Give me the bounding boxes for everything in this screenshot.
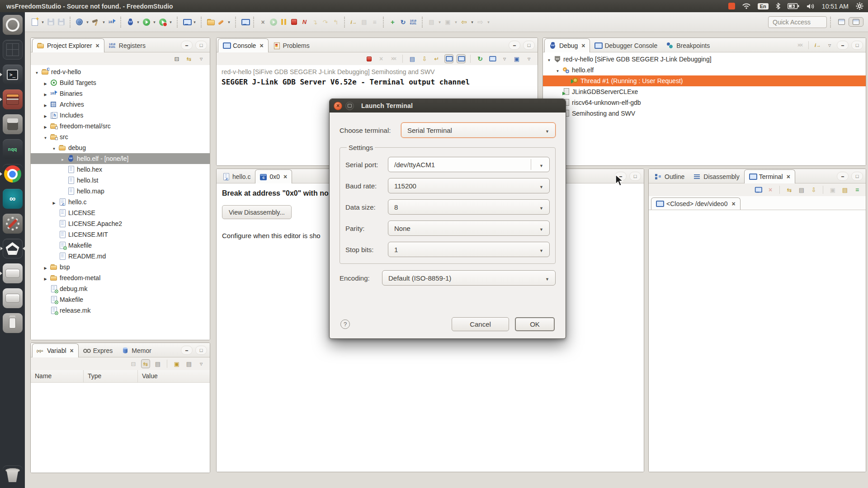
- tree-item-selected[interactable]: hello.elf - [none/le]: [31, 153, 210, 164]
- open-terminal-icon[interactable]: [240, 17, 250, 27]
- expander-icon[interactable]: [43, 274, 48, 282]
- maximize-button[interactable]: [851, 172, 863, 181]
- step-into-icon[interactable]: [310, 17, 320, 27]
- link-with-editor-icon[interactable]: [184, 54, 193, 63]
- expander-icon[interactable]: [52, 144, 57, 151]
- tree-item[interactable]: bsp: [31, 262, 210, 272]
- tree-item[interactable]: Binaries: [31, 88, 210, 99]
- step-over-icon[interactable]: [320, 17, 330, 27]
- gear-icon[interactable]: [856, 2, 863, 10]
- disconnect-icon[interactable]: [258, 17, 268, 27]
- expander-icon[interactable]: [43, 79, 48, 86]
- tab-problems[interactable]: Problems: [269, 39, 314, 52]
- tab-outline[interactable]: Outline: [650, 170, 689, 183]
- instruction-stepping-icon[interactable]: [349, 17, 359, 27]
- show-stderr-toggle[interactable]: [457, 54, 466, 63]
- launcher-item-chrome[interactable]: [3, 164, 23, 184]
- tree-item[interactable]: release.mk: [31, 305, 210, 316]
- maximize-button[interactable]: [629, 172, 641, 181]
- tree-item[interactable]: .chello.c: [31, 197, 210, 207]
- launcher-item-trash[interactable]: [3, 465, 23, 485]
- wifi-icon[interactable]: [742, 3, 750, 9]
- new-wizard-chevron-icon[interactable]: [40, 20, 46, 24]
- forward-chevron-icon[interactable]: [486, 20, 491, 24]
- tab-0x0[interactable]: 0x0: [255, 169, 292, 183]
- tab-registers[interactable]: Registers: [104, 39, 150, 52]
- tab-disassembly[interactable]: Disassembly: [689, 170, 744, 183]
- minimize-button[interactable]: [837, 172, 849, 181]
- show-threads-icon[interactable]: [359, 17, 369, 27]
- tree-item[interactable]: hello.map: [31, 186, 210, 197]
- tree-item[interactable]: README.md: [31, 251, 210, 262]
- toggle-command-input-icon[interactable]: [785, 185, 794, 194]
- disconnect-icon[interactable]: [766, 185, 775, 194]
- remove-all-terminated-icon[interactable]: [389, 54, 398, 63]
- launcher-item-freedom-studio[interactable]: [3, 239, 23, 258]
- close-icon[interactable]: [731, 200, 735, 207]
- minimize-button[interactable]: [509, 41, 520, 50]
- dialog-titlebar[interactable]: Launch Terminal: [330, 99, 566, 113]
- export-icon[interactable]: [184, 359, 193, 368]
- tree-item[interactable]: Makefile: [31, 240, 210, 251]
- expander-icon[interactable]: [43, 90, 48, 97]
- open-console-icon[interactable]: [488, 54, 497, 63]
- terminate-icon[interactable]: [364, 54, 373, 63]
- volume-icon[interactable]: [807, 3, 815, 9]
- keyboard-layout-indicator[interactable]: En: [758, 3, 769, 9]
- tree-item[interactable]: Makefile: [31, 294, 210, 305]
- new-console-chevron-icon[interactable]: [524, 54, 533, 63]
- tab-hello-c[interactable]: .c hello.c: [218, 170, 255, 183]
- forward-icon[interactable]: [475, 17, 486, 27]
- stop-bits-select[interactable]: 1: [388, 242, 550, 257]
- external-tools-chevron-icon[interactable]: [85, 20, 90, 24]
- expander-icon[interactable]: [52, 198, 57, 206]
- tree-item[interactable]: LICENSE: [31, 207, 210, 218]
- close-icon[interactable]: [283, 173, 287, 180]
- expander-icon[interactable]: [43, 112, 48, 119]
- column-type[interactable]: Type: [84, 370, 138, 382]
- restart-icon[interactable]: [398, 17, 408, 27]
- maximize-button[interactable]: [195, 346, 207, 355]
- open-folder-icon[interactable]: [205, 17, 216, 27]
- remove-launch-icon[interactable]: [377, 54, 386, 63]
- tree-item[interactable]: riscv64-unknown-elf-gdb: [543, 97, 866, 108]
- clock[interactable]: 10:51 AM: [822, 3, 849, 10]
- launcher-item-system-tools[interactable]: [3, 214, 23, 234]
- annotation-nav-icon[interactable]: [443, 17, 453, 27]
- minimize-button[interactable]: [837, 41, 849, 50]
- launch-chevron-icon[interactable]: [226, 20, 232, 24]
- launcher-item-archive-manager[interactable]: [3, 89, 23, 109]
- tab-expressions[interactable]: Expres: [79, 344, 118, 357]
- expander-icon[interactable]: [547, 56, 552, 63]
- run-icon[interactable]: [141, 17, 151, 27]
- terminal-settings-icon[interactable]: [853, 185, 862, 194]
- build-chevron-icon[interactable]: [101, 20, 107, 24]
- tree-item[interactable]: hello.elf: [543, 65, 866, 75]
- expander-icon[interactable]: [555, 66, 560, 74]
- launcher-item-disk-1[interactable]: [3, 263, 23, 283]
- tree-item[interactable]: freedom-metal: [31, 272, 210, 283]
- launcher-item-ubuntu-dash[interactable]: [3, 15, 23, 35]
- launcher-item-usb-drive[interactable]: [3, 313, 23, 333]
- quick-access-input[interactable]: [768, 16, 827, 28]
- tab-terminal[interactable]: Terminal: [744, 169, 795, 183]
- expander-icon[interactable]: [43, 101, 48, 108]
- suspend-icon[interactable]: [278, 17, 289, 27]
- tree-item[interactable]: LICENSE.Apache2: [31, 218, 210, 229]
- close-icon[interactable]: [70, 347, 74, 354]
- show-stdout-toggle[interactable]: [444, 54, 453, 63]
- launcher-item-calculator[interactable]: [3, 114, 23, 134]
- scroll-lock-icon[interactable]: [420, 54, 429, 63]
- save-all-icon[interactable]: [56, 17, 66, 27]
- tree-item[interactable]: debug.mk: [31, 283, 210, 294]
- tab-breakpoints[interactable]: Breakpoints: [662, 39, 714, 52]
- data-size-select[interactable]: 8: [388, 199, 550, 215]
- word-wrap-icon[interactable]: [432, 54, 441, 63]
- tree-item[interactable]: Build Targets: [31, 77, 210, 88]
- launcher-item-workspace-switcher[interactable]: [3, 40, 23, 60]
- annotation-nav-chevron-icon[interactable]: [453, 20, 459, 24]
- launcher-item-disk-2[interactable]: [3, 288, 23, 308]
- view-menu-icon[interactable]: [197, 54, 206, 63]
- tree-item[interactable]: Includes: [31, 110, 210, 121]
- new-rendering-icon[interactable]: [172, 359, 181, 368]
